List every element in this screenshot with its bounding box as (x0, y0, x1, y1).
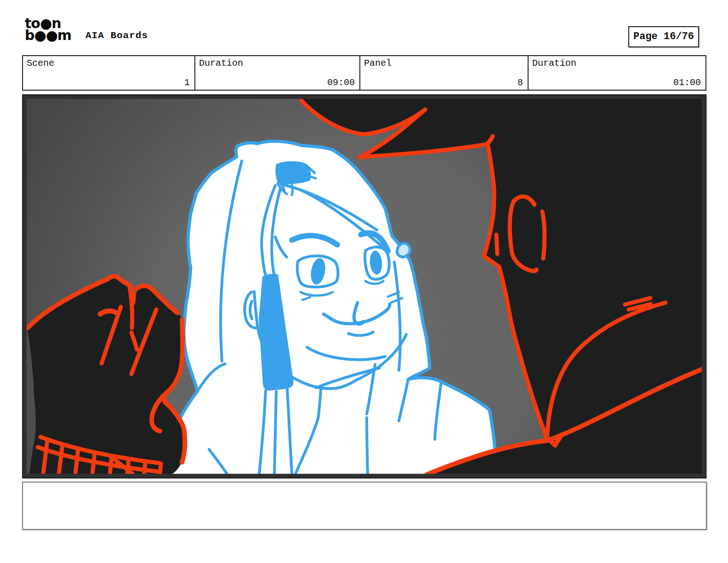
project-title: AIA Boards (85, 30, 148, 41)
scene-duration-cell: Duration 09:00 (195, 56, 360, 90)
panel-number-label: Panel (364, 58, 392, 69)
logo-line-2: b●●m (25, 29, 85, 41)
storyboard-panel (22, 94, 706, 478)
scene-cell: Scene 1 (23, 56, 195, 90)
scene-label: Scene (27, 58, 54, 69)
panel-info-row: Scene 1 Duration 09:00 Panel 8 Duration … (22, 55, 706, 91)
hair-clip (275, 161, 311, 184)
girl-right-ear (397, 243, 410, 257)
panel-duration-cell: Duration 01:00 (529, 56, 705, 90)
panel-number-value: 8 (518, 77, 523, 88)
panel-duration-label: Duration (532, 58, 576, 69)
scene-duration-label: Duration (199, 58, 243, 69)
fist (28, 276, 185, 474)
scene-value: 1 (184, 77, 190, 88)
panel-number-cell: Panel 8 (360, 56, 529, 90)
panel-duration-value: 01:00 (673, 77, 701, 88)
toonboom-logo: to●n b●●m (25, 17, 85, 41)
caption-box (22, 482, 707, 530)
storyboard-drawing (27, 99, 702, 474)
page-number-badge: Page 16/76 (628, 26, 699, 47)
scene-duration-value: 09:00 (327, 77, 355, 88)
